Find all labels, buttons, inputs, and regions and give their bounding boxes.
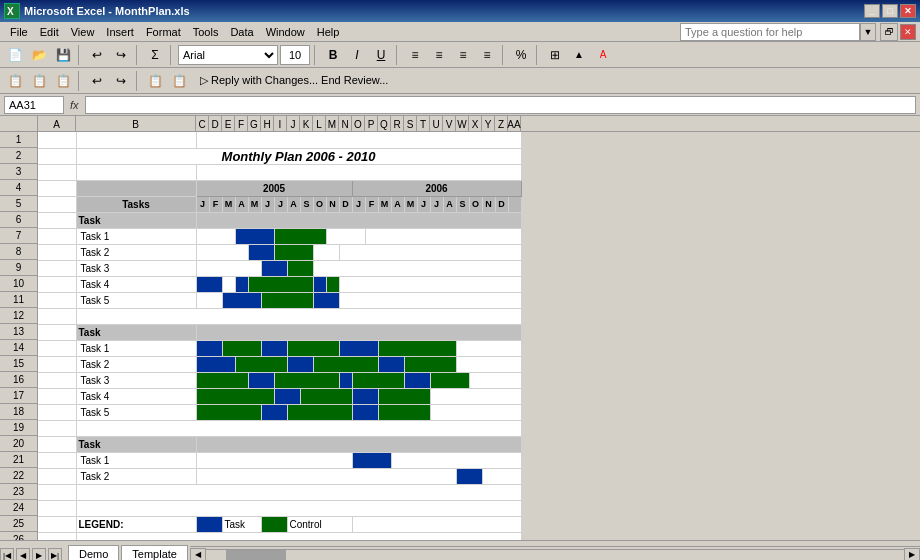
- col-header-L[interactable]: L: [313, 116, 326, 131]
- cell-A14[interactable]: [38, 340, 76, 356]
- col-header-X[interactable]: X: [469, 116, 482, 131]
- undo-button[interactable]: ↩: [86, 45, 108, 65]
- font-color-button[interactable]: A: [592, 45, 614, 65]
- help-search-input[interactable]: [680, 23, 860, 41]
- menu-help[interactable]: Help: [311, 24, 346, 40]
- cell-A18[interactable]: [38, 404, 76, 420]
- row-header-4[interactable]: 4: [0, 180, 37, 196]
- menu-view[interactable]: View: [65, 24, 101, 40]
- tab-last-button[interactable]: ▶|: [48, 548, 62, 560]
- tab-prev-button[interactable]: ◀: [16, 548, 30, 560]
- col-header-S[interactable]: S: [404, 116, 417, 131]
- align-left-button[interactable]: ≡: [404, 45, 426, 65]
- tb2-btn7[interactable]: 📋: [168, 71, 190, 91]
- cell-A7[interactable]: [38, 228, 76, 244]
- row-header-2[interactable]: 2: [0, 148, 37, 164]
- tb2-btn3[interactable]: 📋: [52, 71, 74, 91]
- menu-tools[interactable]: Tools: [187, 24, 225, 40]
- col-header-T[interactable]: T: [417, 116, 430, 131]
- window-resize-button[interactable]: 🗗: [880, 23, 898, 41]
- close-button[interactable]: ✕: [900, 4, 916, 18]
- tb2-btn5[interactable]: ↪: [110, 71, 132, 91]
- cell-A23[interactable]: [38, 484, 76, 500]
- scroll-track[interactable]: [206, 549, 904, 561]
- col-header-G[interactable]: G: [248, 116, 261, 131]
- row-header-23[interactable]: 23: [0, 484, 37, 500]
- col-header-H[interactable]: H: [261, 116, 274, 131]
- col-header-V[interactable]: V: [443, 116, 456, 131]
- cell-A5[interactable]: [38, 196, 76, 212]
- col-header-Q[interactable]: Q: [378, 116, 391, 131]
- sigma-button[interactable]: Σ: [144, 45, 166, 65]
- row-header-3[interactable]: 3: [0, 164, 37, 180]
- cell-A22[interactable]: [38, 468, 76, 484]
- underline-button[interactable]: U: [370, 45, 392, 65]
- row-header-5[interactable]: 5: [0, 196, 37, 212]
- col-header-U[interactable]: U: [430, 116, 443, 131]
- row-header-15[interactable]: 15: [0, 356, 37, 372]
- cell-C3[interactable]: [196, 164, 521, 180]
- font-size-input[interactable]: [280, 45, 310, 65]
- cell-A8[interactable]: [38, 244, 76, 260]
- row-header-8[interactable]: 8: [0, 244, 37, 260]
- cell-A16[interactable]: [38, 372, 76, 388]
- cell-A12[interactable]: [38, 308, 76, 324]
- col-header-F[interactable]: F: [235, 116, 248, 131]
- col-header-N[interactable]: N: [339, 116, 352, 131]
- percent-button[interactable]: %: [510, 45, 532, 65]
- col-header-E[interactable]: E: [222, 116, 235, 131]
- col-header-AA[interactable]: AA: [508, 116, 521, 131]
- col-header-K[interactable]: K: [300, 116, 313, 131]
- minimize-button[interactable]: _: [864, 4, 880, 18]
- cell-A3[interactable]: [38, 164, 76, 180]
- cell-A20[interactable]: [38, 436, 76, 452]
- scroll-right-btn[interactable]: ▶: [904, 548, 920, 561]
- cell-A26[interactable]: [38, 532, 76, 540]
- col-header-P[interactable]: P: [365, 116, 378, 131]
- row-header-22[interactable]: 22: [0, 468, 37, 484]
- col-header-A[interactable]: A: [38, 116, 76, 131]
- menu-data[interactable]: Data: [224, 24, 259, 40]
- borders-button[interactable]: ⊞: [544, 45, 566, 65]
- tb2-btn6[interactable]: 📋: [144, 71, 166, 91]
- fill-color-button[interactable]: ▲: [568, 45, 590, 65]
- open-button[interactable]: 📂: [28, 45, 50, 65]
- formula-input[interactable]: [85, 96, 916, 114]
- cell-A1[interactable]: [38, 132, 76, 148]
- row-header-1[interactable]: 1: [0, 132, 37, 148]
- tab-next-button[interactable]: ▶: [32, 548, 46, 560]
- cell-B3[interactable]: [76, 164, 196, 180]
- menu-format[interactable]: Format: [140, 24, 187, 40]
- tab-demo[interactable]: Demo: [68, 545, 119, 560]
- italic-button[interactable]: I: [346, 45, 368, 65]
- cell-A19[interactable]: [38, 420, 76, 436]
- scroll-left-btn[interactable]: ◀: [190, 548, 206, 561]
- bold-button[interactable]: B: [322, 45, 344, 65]
- col-header-R[interactable]: R: [391, 116, 404, 131]
- tb2-btn1[interactable]: 📋: [4, 71, 26, 91]
- row-header-16[interactable]: 16: [0, 372, 37, 388]
- help-dropdown-button[interactable]: ▼: [860, 23, 876, 41]
- cell-A4[interactable]: [38, 180, 76, 196]
- tb2-btn2[interactable]: 📋: [28, 71, 50, 91]
- row-header-13[interactable]: 13: [0, 324, 37, 340]
- row-header-6[interactable]: 6: [0, 212, 37, 228]
- row-header-17[interactable]: 17: [0, 388, 37, 404]
- col-header-C[interactable]: C: [196, 116, 209, 131]
- tab-first-button[interactable]: |◀: [0, 548, 14, 560]
- cell-A13[interactable]: [38, 324, 76, 340]
- maximize-button[interactable]: □: [882, 4, 898, 18]
- row-header-21[interactable]: 21: [0, 452, 37, 468]
- cell-A17[interactable]: [38, 388, 76, 404]
- cell-A25[interactable]: [38, 516, 76, 532]
- row-header-10[interactable]: 10: [0, 276, 37, 292]
- cell-A15[interactable]: [38, 356, 76, 372]
- new-button[interactable]: 📄: [4, 45, 26, 65]
- col-header-Y[interactable]: Y: [482, 116, 495, 131]
- tab-template[interactable]: Template: [121, 545, 188, 560]
- cell-A6[interactable]: [38, 212, 76, 228]
- save-button[interactable]: 💾: [52, 45, 74, 65]
- menu-edit[interactable]: Edit: [34, 24, 65, 40]
- col-header-I[interactable]: I: [274, 116, 287, 131]
- cell-C1[interactable]: [196, 132, 521, 148]
